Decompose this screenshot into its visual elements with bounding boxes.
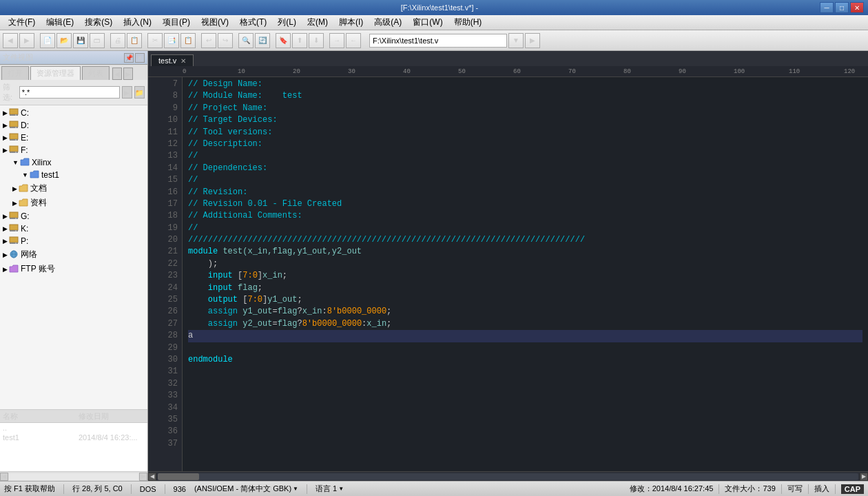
tab-close-btn[interactable]: ✕ — [180, 57, 186, 65]
window-controls: ─ □ ✕ — [820, 2, 864, 13]
tb-cut[interactable]: ✂ — [147, 33, 163, 48]
filter-input[interactable] — [19, 86, 120, 99]
file-row[interactable]: test12014/8/4 16:23:... — [0, 433, 147, 442]
menu-item-s[interactable]: 搜索(S) — [79, 15, 118, 30]
menubar: 文件(F)编辑(E)搜索(S)插入(N)项目(P)视图(V)格式(T)列(L)宏… — [0, 15, 868, 30]
ruler-mark-30: 30 — [348, 68, 403, 75]
tb-save-all[interactable]: 🗃 — [90, 33, 105, 48]
tree-item[interactable]: ▶F: — [0, 144, 147, 156]
panel-tabs: 打开 资源管理器 列表 ◀ ▶ — [0, 65, 147, 80]
svg-rect-6 — [10, 134, 18, 139]
folder-icon — [30, 170, 39, 180]
filter-folder[interactable]: 📁 — [134, 86, 145, 99]
tb-find[interactable]: 🔍 — [238, 33, 254, 48]
menu-item-l[interactable]: 列(L) — [272, 15, 302, 30]
close-button[interactable]: ✕ — [850, 2, 864, 13]
tb-redo[interactable]: ↪ — [218, 33, 233, 48]
status-sep-7 — [808, 484, 809, 494]
tree-item[interactable]: ▶D: — [0, 119, 147, 132]
path-input[interactable] — [369, 34, 507, 48]
menu-item-h[interactable]: 帮助(H) — [448, 15, 488, 30]
code-area[interactable]: // Design Name:// Module Name: test// Pr… — [183, 77, 868, 471]
tb-undo[interactable]: ↩ — [201, 33, 216, 48]
menu-item-f[interactable]: 文件(F) — [3, 15, 41, 30]
menu-item-m[interactable]: 宏(M) — [302, 15, 333, 30]
code-line — [188, 402, 862, 414]
svg-rect-19 — [10, 242, 18, 244]
tb-open[interactable]: 📂 — [56, 33, 72, 48]
line-numbers: 7891011121314151617181920212223242526272… — [148, 77, 183, 471]
line-number: 13 — [152, 150, 178, 162]
tb-save[interactable]: 💾 — [73, 33, 88, 48]
tb-replace[interactable]: 🔄 — [255, 33, 270, 48]
tree-item[interactable]: ▼test1 — [0, 169, 147, 181]
tree-item[interactable]: ▶C: — [0, 107, 147, 119]
menu-item-n[interactable]: 插入(N) — [118, 15, 157, 30]
tb-next-bookmark[interactable]: ⬇ — [309, 33, 324, 48]
svg-point-20 — [15, 242, 17, 244]
svg-rect-12 — [10, 212, 18, 218]
status-encoding-dropdown[interactable]: (ANSI/OEM - 简体中文 GBK) ▼ — [194, 484, 298, 494]
menu-item-v[interactable]: 视图(V) — [196, 15, 234, 30]
tree-item[interactable]: ▶P: — [0, 235, 147, 247]
h-scrollbar-left[interactable]: ◀ ▶ — [0, 471, 147, 481]
menu-item-e[interactable]: 编辑(E) — [41, 15, 79, 30]
expand-icon: ▶ — [3, 251, 8, 258]
nav-next[interactable]: ▶ — [123, 68, 133, 80]
maximize-button[interactable]: □ — [835, 2, 849, 13]
tree-item[interactable]: ▼Xilinx — [0, 156, 147, 169]
path-go[interactable]: ▶ — [525, 33, 540, 48]
status-language-dropdown[interactable]: 语言 1 ▼ — [316, 484, 344, 494]
tb-prev-bookmark[interactable]: ⬆ — [292, 33, 307, 48]
status-sep-8 — [835, 484, 836, 494]
tb-indent[interactable]: → — [329, 33, 344, 48]
tb-forward[interactable]: ▶ — [19, 33, 34, 48]
tb-bookmark[interactable]: 🔖 — [276, 33, 291, 48]
line-number: 19 — [152, 223, 178, 234]
tb-copy[interactable]: 📑 — [164, 33, 179, 48]
panel-close[interactable]: ✕ — [135, 53, 145, 63]
tree-item[interactable]: ▶G: — [0, 210, 147, 223]
tb-back[interactable]: ◀ — [3, 33, 18, 48]
tb-print[interactable]: 🖨 — [110, 33, 125, 48]
tree-label: Xilinx — [32, 158, 52, 167]
tree-item[interactable]: ▶网络 — [0, 247, 147, 262]
tb-new[interactable]: 📄 — [40, 33, 55, 48]
h-scrollbar-editor[interactable]: ◀ ▶ — [148, 471, 868, 481]
menu-item-i[interactable]: 脚本(I) — [333, 15, 369, 30]
panel-pin[interactable]: 📌 — [124, 53, 134, 63]
editor-tab-testv[interactable]: test.v ✕ — [151, 54, 194, 66]
code-line: // — [188, 223, 862, 234]
tb-paste[interactable]: 📋 — [180, 33, 196, 48]
filter-label: 筛选: — [3, 82, 17, 103]
menu-item-t[interactable]: 格式(T) — [234, 15, 272, 30]
tree-item[interactable]: ▶FTP 账号 — [0, 262, 147, 276]
tree-item[interactable]: ▶文档 — [0, 181, 147, 196]
file-tree: ▶C:▶D:▶E:▶F:▼Xilinx▼test1▶文档▶资料▶G:▶K:▶P:… — [0, 105, 147, 409]
path-dropdown[interactable]: ▼ — [508, 33, 524, 48]
svg-rect-15 — [10, 225, 18, 230]
tree-item[interactable]: ▶资料 — [0, 196, 147, 210]
code-line: // Project Name: — [188, 103, 862, 114]
tree-item[interactable]: ▶E: — [0, 132, 147, 144]
file-row[interactable]: .. — [0, 423, 147, 433]
tab-source-manager[interactable]: 资源管理器 — [30, 66, 81, 80]
tree-item[interactable]: ▶K: — [0, 223, 147, 235]
panel-open-btn[interactable]: 打开 — [1, 66, 29, 80]
line-number: 14 — [152, 163, 178, 174]
nav-prev[interactable]: ◀ — [112, 68, 122, 80]
tab-list[interactable]: 列表 — [82, 66, 110, 80]
folder-icon — [9, 250, 19, 260]
menu-item-w[interactable]: 窗口(W) — [407, 15, 448, 30]
menu-item-p[interactable]: 项目(P) — [157, 15, 196, 30]
status-language: 语言 1 — [316, 484, 337, 494]
menu-item-a[interactable]: 高级(A) — [369, 15, 407, 30]
filter-go[interactable]: ▶ — [122, 86, 132, 99]
svg-rect-7 — [10, 139, 18, 141]
tb-print2[interactable]: 📋 — [127, 33, 142, 48]
window-title: [F:\Xilinx\test1\test.v*] - — [59, 3, 820, 12]
code-line: module test(x_in,flag,y1_out,y2_out — [188, 246, 862, 258]
tb-outdent[interactable]: ← — [346, 33, 361, 48]
col-name-header: 名称 — [3, 411, 79, 422]
minimize-button[interactable]: ─ — [820, 2, 834, 13]
